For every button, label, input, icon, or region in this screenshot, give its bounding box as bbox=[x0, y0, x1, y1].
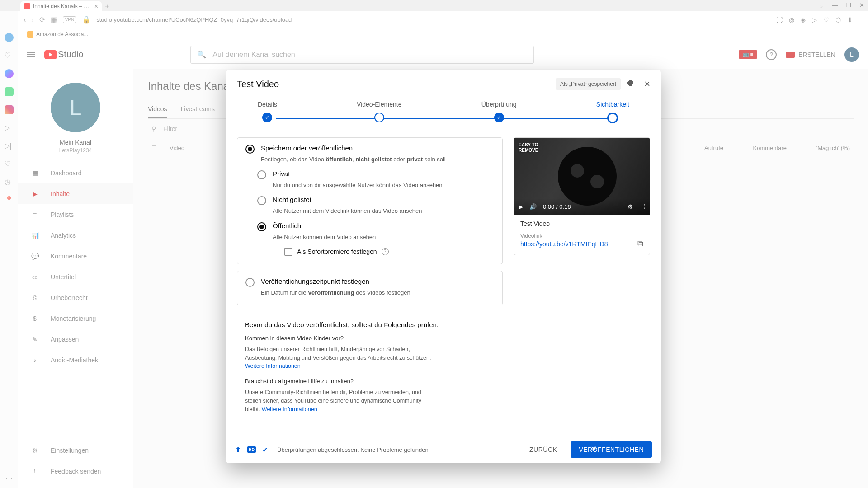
video-controls: ▶ 🔊 0:00 / 0:16 ⚙ ⛶ bbox=[514, 198, 650, 215]
close-dialog-icon[interactable]: × bbox=[644, 78, 650, 90]
upload-dialog: Test Video Als „Privat“ gespeichert ⯃ × … bbox=[226, 70, 661, 463]
settings-icon[interactable]: ⚙ bbox=[627, 203, 633, 210]
pre-publish-checks: Bevor du das Video veröffentlichst, soll… bbox=[237, 312, 503, 426]
schedule-label: Veröffentlichungszeitpunkt festlegen bbox=[261, 277, 369, 285]
check-q1: Kommen in diesem Video Kinder vor? bbox=[245, 335, 495, 342]
learn-more-link[interactable]: Weitere Informationen bbox=[262, 406, 317, 413]
dialog-footer: ⬆ HD ✔ Überprüfungen abgeschlossen. Kein… bbox=[226, 436, 661, 463]
premiere-label: Als Sofortpremiere festlegen bbox=[297, 248, 377, 255]
radio-schedule[interactable]: Veröffentlichungszeitpunkt festlegen bbox=[245, 277, 494, 287]
schedule-card: Veröffentlichungszeitpunkt festlegen Ein… bbox=[237, 271, 503, 305]
saved-badge: Als „Privat“ gespeichert bbox=[556, 78, 621, 90]
thumb-overlay-text: EASY TO REMOVE bbox=[519, 142, 538, 153]
save-publish-desc: Festlegen, ob das Video öffentlich, nich… bbox=[261, 155, 494, 164]
step-details[interactable]: Details✓ bbox=[258, 101, 277, 123]
check-q2: Brauchst du allgemeine Hilfe zu Inhalten… bbox=[245, 378, 495, 385]
step-visibility[interactable]: Sichtbarkeit bbox=[596, 101, 629, 123]
help-icon[interactable]: ? bbox=[382, 248, 389, 255]
save-publish-label: Speichern oder veröffentlichen bbox=[261, 144, 353, 152]
check-a1: Das Befolgen unserer Richtlinien hilft, … bbox=[245, 345, 435, 371]
dialog-header: Test Video Als „Privat“ gespeichert ⯃ × bbox=[226, 70, 661, 98]
volume-icon[interactable]: 🔊 bbox=[529, 203, 537, 210]
fullscreen-icon[interactable]: ⛶ bbox=[639, 203, 645, 210]
radio-dot-icon bbox=[257, 170, 266, 179]
video-preview-panel: EASY TO REMOVE ▶ 🔊 0:00 / 0:16 ⚙ ⛶ Test … bbox=[514, 137, 650, 255]
radio-save-publish[interactable]: Speichern oder veröffentlichen bbox=[245, 144, 494, 154]
radio-dot-icon bbox=[257, 222, 266, 231]
step-elements[interactable]: Video-Elemente bbox=[357, 101, 401, 123]
radio-public[interactable]: Öffentlich Alle Nutzer können dein Video… bbox=[257, 222, 494, 241]
checks-heading: Bevor du das Video veröffentlichst, soll… bbox=[245, 321, 495, 328]
checkbox-icon bbox=[284, 248, 292, 256]
check-a2: Unsere Community-Richtlinien helfen dir,… bbox=[245, 388, 435, 413]
video-time: 0:00 / 0:16 bbox=[543, 203, 571, 210]
save-publish-card: Speichern oder veröffentlichen Festlegen… bbox=[237, 137, 503, 264]
hd-status-icon: HD bbox=[247, 446, 256, 453]
upload-stepper: Details✓ Video-Elemente Überprüfung✓ Sic… bbox=[226, 101, 661, 123]
premiere-checkbox-row[interactable]: Als Sofortpremiere festlegen ? bbox=[284, 248, 494, 256]
dialog-title: Test Video bbox=[237, 79, 556, 89]
copy-link-icon[interactable]: ⧉ bbox=[637, 239, 643, 249]
footer-status: Überprüfungen abgeschlossen. Keine Probl… bbox=[277, 446, 516, 453]
radio-dot-icon bbox=[245, 278, 255, 287]
video-preview[interactable]: EASY TO REMOVE ▶ 🔊 0:00 / 0:16 ⚙ ⛶ bbox=[514, 138, 650, 215]
play-icon[interactable]: ▶ bbox=[519, 203, 523, 210]
step-checks[interactable]: Überprüfung✓ bbox=[481, 101, 517, 123]
video-link[interactable]: https://youtu.be/v1RTMIEqHD8 bbox=[520, 240, 608, 248]
preview-video-title: Test Video bbox=[520, 220, 643, 227]
radio-dot-icon bbox=[245, 145, 255, 154]
schedule-desc: Ein Datum für die Veröffentlichung des V… bbox=[261, 289, 494, 297]
radio-private[interactable]: Privat Nur du und von dir ausgewählte Nu… bbox=[257, 170, 494, 189]
back-button[interactable]: ZURÜCK bbox=[522, 441, 564, 458]
upload-status-icon: ⬆ bbox=[235, 446, 241, 454]
publish-button[interactable]: VERÖFFENTLICHEN ➤ bbox=[571, 441, 652, 458]
radio-dot-icon bbox=[257, 196, 266, 205]
check-status-icon: ✔ bbox=[262, 446, 268, 454]
radio-unlisted[interactable]: Nicht gelistet Alle Nutzer mit dem Video… bbox=[257, 196, 494, 215]
feedback-dialog-icon[interactable]: ⯃ bbox=[627, 79, 637, 89]
dialog-body: Speichern oder veröffentlichen Festlegen… bbox=[226, 130, 661, 436]
learn-more-link[interactable]: Weitere Informationen bbox=[245, 363, 301, 369]
preview-link-label: Videolink bbox=[520, 233, 643, 239]
mouse-cursor-icon: ➤ bbox=[591, 445, 597, 453]
